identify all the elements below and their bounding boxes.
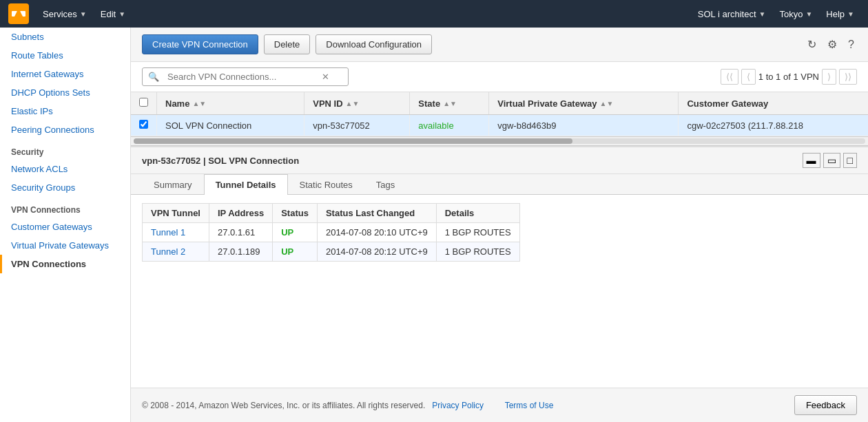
tunnel-1-status: UP [273,223,318,242]
vpnid-sort-icon: ▲▼ [346,100,360,107]
row-vpn-id: vpn-53c77052 [304,115,410,136]
row-state: available [410,115,489,136]
terms-of-use-link[interactable]: Terms of Use [505,401,554,410]
region-menu[interactable]: Tokyo ▼ [774,6,818,22]
privacy-policy-link[interactable]: Privacy Policy [432,401,484,410]
tunnel-col-ip: IP Address [209,204,272,223]
pagination-text: 1 to 1 of 1 VPN [758,72,819,82]
search-bar: 🔍 ✕ ⟨⟨ ⟨ 1 to 1 of 1 VPN ⟩ ⟩⟩ [131,62,868,92]
next-page-button[interactable]: ⟩ [822,69,836,85]
aws-logo [8,3,29,24]
vpg-sort-icon: ▲▼ [600,100,614,107]
search-input-wrap: 🔍 ✕ [142,67,349,86]
delete-button[interactable]: Delete [264,34,311,54]
detail-header: vpn-53c77052 | SOL VPN Connection ▬ ▭ □ [131,147,868,174]
view-small-icon[interactable]: ▬ [803,153,820,168]
tab-static-routes[interactable]: Static Routes [288,174,364,195]
view-buttons: ▬ ▭ □ [803,153,857,168]
tunnel-col-changed: Status Last Changed [317,204,436,223]
tab-tunnel-details[interactable]: Tunnel Details [204,174,288,195]
create-vpn-button[interactable]: Create VPN Connection [142,34,258,54]
row-checkbox-cell [131,115,157,136]
row-checkbox[interactable] [139,120,148,129]
sidebar-item-subnets[interactable]: Subnets [0,28,130,46]
sidebar-item-dhcp-options[interactable]: DHCP Options Sets [0,83,130,102]
select-all-checkbox[interactable] [139,98,148,107]
detail-tabs: Summary Tunnel Details Static Routes Tag… [131,174,868,195]
view-large-icon[interactable]: □ [843,153,857,168]
search-clear-icon[interactable]: ✕ [316,68,335,85]
settings-button[interactable]: ⚙ [825,35,840,54]
tunnel-table: VPN Tunnel IP Address Status Status Last… [142,203,520,262]
detail-panel: vpn-53c77052 | SOL VPN Connection ▬ ▭ □ … [131,146,868,388]
nav-right: SOL i architect ▼ Tokyo ▼ Help ▼ [692,6,860,22]
user-caret-icon: ▼ [759,10,766,18]
table-row[interactable]: SOL VPN Connection vpn-53c77052 availabl… [131,115,868,136]
tunnel-row-1: Tunnel 1 27.0.1.61 UP 2014-07-08 20:10 U… [143,223,520,242]
refresh-button[interactable]: ↻ [805,35,819,54]
cg-column-header[interactable]: Customer Gateway [679,92,868,115]
vpn-table-container: Name ▲▼ VPN ID ▲▼ State [131,92,868,136]
tunnel-2-status: UP [273,242,318,262]
vpn-id-column-header[interactable]: VPN ID ▲▼ [304,92,410,115]
sidebar-item-internet-gateways[interactable]: Internet Gateways [0,65,130,83]
row-name: SOL VPN Connection [157,115,304,136]
main-content: Create VPN Connection Delete Download Co… [131,28,868,422]
select-all-header [131,92,157,115]
view-medium-icon[interactable]: ▭ [823,153,840,168]
help-menu[interactable]: Help ▼ [820,6,860,22]
footer-left: © 2008 - 2014, Amazon Web Services, Inc.… [142,401,553,410]
user-menu[interactable]: SOL i architect ▼ [692,6,772,22]
tunnel-1-name[interactable]: Tunnel 1 [143,223,209,242]
sidebar-item-route-tables[interactable]: Route Tables [0,46,130,65]
sidebar-item-vpn-connections[interactable]: VPN Connections [0,255,130,273]
edit-menu[interactable]: Edit ▼ [95,6,131,22]
download-config-button[interactable]: Download Configuration [316,34,432,54]
tunnel-col-details: Details [436,204,519,223]
detail-content: VPN Tunnel IP Address Status Status Last… [131,195,868,270]
tab-tags[interactable]: Tags [364,174,406,195]
help-button[interactable]: ? [845,36,857,54]
sidebar-item-virtual-private-gateways[interactable]: Virtual Private Gateways [0,236,130,255]
tunnel-2-name[interactable]: Tunnel 2 [143,242,209,262]
tunnel-2-ip: 27.0.1.189 [209,242,272,262]
tunnel-1-details: 1 BGP ROUTES [436,223,519,242]
vpg-column-header[interactable]: Virtual Private Gateway ▲▼ [489,92,679,115]
search-input[interactable] [165,69,316,85]
name-sort-icon: ▲▼ [192,100,206,107]
edit-caret-icon: ▼ [118,10,125,18]
state-column-header[interactable]: State ▲▼ [410,92,489,115]
tab-summary[interactable]: Summary [142,174,204,195]
tunnel-col-name: VPN Tunnel [143,204,209,223]
scroll-thumb [134,138,572,144]
top-navigation: Services ▼ Edit ▼ SOL i architect ▼ Toky… [0,0,868,28]
toolbar: Create VPN Connection Delete Download Co… [131,28,868,62]
pagination-info: ⟨⟨ ⟨ 1 to 1 of 1 VPN ⟩ ⟩⟩ [721,69,857,85]
sidebar-item-elastic-ips[interactable]: Elastic IPs [0,102,130,120]
last-page-button[interactable]: ⟩⟩ [839,69,857,85]
vpn-section-label: VPN Connections [0,197,130,218]
sidebar-item-peering-connections[interactable]: Peering Connections [0,120,130,139]
sidebar-item-network-acls[interactable]: Network ACLs [0,160,130,178]
state-sort-icon: ▲▼ [443,100,457,107]
tunnel-2-changed: 2014-07-08 20:12 UTC+9 [317,242,436,262]
help-caret-icon: ▼ [847,10,854,18]
sidebar: Subnets Route Tables Internet Gateways D… [0,28,131,422]
row-vpg: vgw-b8d463b9 [489,115,679,136]
prev-page-button[interactable]: ⟨ [741,69,756,85]
footer: © 2008 - 2014, Amazon Web Services, Inc.… [131,388,868,422]
scroll-track [134,138,865,144]
row-cg: cgw-02c27503 (211.7.88.218 [679,115,868,136]
tunnel-2-details: 1 BGP ROUTES [436,242,519,262]
sidebar-item-security-groups[interactable]: Security Groups [0,178,130,197]
tunnel-col-status: Status [273,204,318,223]
name-column-header[interactable]: Name ▲▼ [157,92,304,115]
services-menu[interactable]: Services ▼ [37,6,92,22]
nav-left: Services ▼ Edit ▼ [8,3,131,24]
horizontal-scrollbar[interactable] [131,136,868,146]
vpn-table: Name ▲▼ VPN ID ▲▼ State [131,92,868,136]
region-caret-icon: ▼ [805,10,812,18]
feedback-button[interactable]: Feedback [794,395,857,415]
first-page-button[interactable]: ⟨⟨ [721,69,738,85]
sidebar-item-customer-gateways[interactable]: Customer Gateways [0,218,130,236]
